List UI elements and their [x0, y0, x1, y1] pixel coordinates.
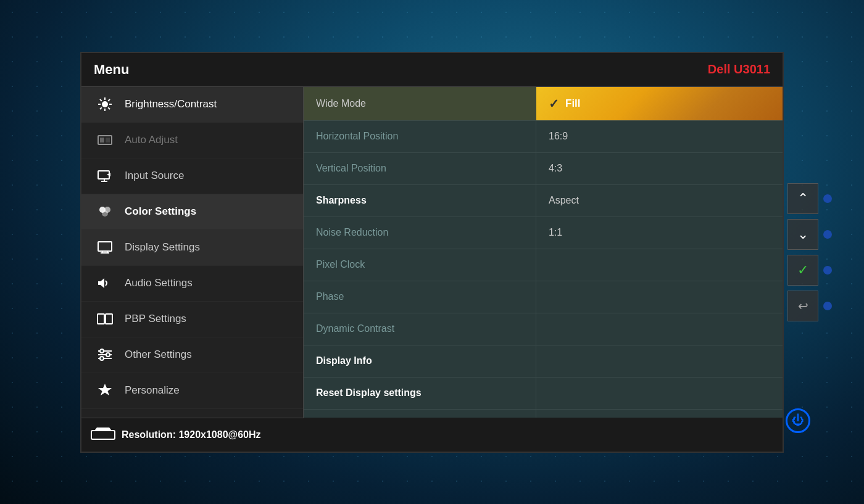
nav-up-button[interactable]: ⌃ — [787, 183, 818, 214]
sidebar-item-label-other: Other Settings — [125, 349, 192, 361]
svg-point-31 — [106, 353, 110, 357]
audio-settings-icon — [94, 272, 116, 294]
display-info-label: Display Info — [316, 355, 536, 366]
right-panel: Wide Mode ✓ Fill Horizontal Position 16:… — [304, 87, 783, 418]
menu-row-wide-mode[interactable]: Wide Mode ✓ Fill — [304, 87, 783, 121]
svg-point-18 — [102, 210, 108, 217]
noise-reduction-label: Noise Reduction — [316, 227, 536, 238]
sidebar-item-brightness-contrast[interactable]: Brightness/Contrast — [81, 87, 303, 123]
svg-point-32 — [100, 357, 104, 360]
horizontal-position-label: Horizontal Position — [316, 131, 536, 142]
nav-check-group: ✓ — [787, 255, 832, 286]
svg-point-30 — [100, 349, 104, 353]
svg-rect-25 — [98, 314, 104, 324]
menu-row-vertical-position[interactable]: Vertical Position 4:3 — [304, 153, 783, 185]
other-settings-icon — [94, 344, 116, 366]
nav-back-dot — [823, 302, 832, 310]
menu-row-empty — [304, 410, 783, 418]
menu-row-dynamic-contrast[interactable]: Dynamic Contrast — [304, 313, 783, 345]
menu-row-sharpness[interactable]: Sharpness Aspect — [304, 185, 783, 217]
sidebar-item-label-color: Color Settings — [125, 205, 196, 218]
sharpness-value: Aspect — [549, 195, 579, 206]
svg-rect-10 — [100, 138, 104, 143]
sidebar-item-label-display: Display Settings — [125, 241, 200, 254]
status-bar: Resolution: 1920x1080@60Hz — [81, 418, 304, 452]
nav-back-button[interactable]: ↩ — [787, 291, 818, 321]
sidebar-item-auto-adjust[interactable]: Auto Adjust — [81, 123, 303, 159]
brightness-icon — [94, 93, 116, 115]
sidebar-item-audio-settings[interactable]: Audio Settings — [81, 266, 303, 302]
sidebar-item-label-audio: Audio Settings — [125, 277, 193, 289]
auto-adjust-icon — [94, 129, 116, 151]
nav-check-dot — [823, 266, 832, 275]
noise-reduction-value-area: 1:1 — [536, 217, 783, 249]
power-button[interactable]: ⏻ — [786, 408, 810, 433]
sidebar-item-label-brightness: Brightness/Contrast — [125, 98, 217, 110]
monitor-model: Dell U3011 — [708, 62, 770, 76]
display-info-value-area — [536, 345, 783, 377]
vertical-position-value: 4:3 — [549, 163, 562, 174]
svg-rect-19 — [98, 242, 112, 251]
wide-mode-value-area: ✓ Fill — [536, 87, 783, 120]
wide-mode-label: Wide Mode — [316, 98, 536, 109]
menu-row-display-info[interactable]: Display Info — [304, 345, 783, 378]
menu-title: Menu — [94, 62, 129, 78]
svg-line-7 — [108, 99, 110, 101]
sidebar: Brightness/Contrast Auto Adjust — [81, 87, 304, 418]
display-settings-icon — [94, 236, 116, 258]
svg-line-8 — [100, 107, 102, 109]
pbp-settings-icon — [94, 308, 116, 330]
menu-row-horizontal-position[interactable]: Horizontal Position 16:9 — [304, 121, 783, 153]
content-area: Brightness/Contrast Auto Adjust — [81, 87, 783, 418]
nav-up-group: ⌃ — [787, 183, 832, 214]
phase-label: Phase — [316, 291, 536, 302]
sidebar-item-personalize[interactable]: Personalize — [81, 373, 303, 409]
svg-marker-24 — [101, 278, 104, 288]
nav-down-dot — [823, 230, 832, 239]
reset-display-value-area — [536, 378, 783, 409]
nav-down-button[interactable]: ⌄ — [787, 219, 818, 250]
svg-point-0 — [102, 101, 108, 107]
sidebar-item-other-settings[interactable]: Other Settings — [81, 337, 303, 373]
dynamic-contrast-label: Dynamic Contrast — [316, 323, 536, 334]
pixel-clock-label: Pixel Clock — [316, 259, 536, 270]
sidebar-item-label-input: Input Source — [125, 170, 184, 182]
svg-rect-23 — [98, 281, 101, 285]
dynamic-contrast-value-area — [536, 313, 783, 345]
svg-marker-35 — [94, 428, 112, 431]
title-bar: Menu Dell U3011 — [81, 53, 783, 87]
sidebar-item-label-auto-adjust: Auto Adjust — [125, 134, 178, 146]
sidebar-item-pbp-settings[interactable]: PBP Settings — [81, 302, 303, 337]
menu-row-noise-reduction[interactable]: Noise Reduction 1:1 — [304, 217, 783, 249]
svg-marker-33 — [98, 384, 112, 395]
personalize-icon — [94, 379, 116, 402]
svg-rect-34 — [91, 431, 115, 439]
sidebar-item-input-source[interactable]: Input Source — [81, 159, 303, 194]
sidebar-item-display-settings[interactable]: Display Settings — [81, 230, 303, 266]
nav-check-button[interactable]: ✓ — [787, 255, 818, 286]
nav-up-dot — [823, 194, 832, 203]
noise-reduction-value: 1:1 — [549, 227, 562, 238]
nav-buttons: ⌃ ⌄ ✓ ↩ — [787, 183, 832, 321]
hdmi-icon — [91, 427, 115, 443]
sidebar-item-color-settings[interactable]: Color Settings — [81, 194, 303, 230]
menu-row-reset-display[interactable]: Reset Display settings — [304, 378, 783, 410]
menu-row-phase[interactable]: Phase — [304, 281, 783, 313]
sidebar-item-label-personalize: Personalize — [125, 384, 180, 397]
wide-mode-value: Fill — [565, 97, 581, 110]
reset-display-label: Reset Display settings — [316, 387, 536, 399]
sidebar-item-label-pbp: PBP Settings — [125, 313, 186, 325]
horizontal-position-value: 16:9 — [549, 131, 568, 142]
nav-down-group: ⌄ — [787, 219, 832, 250]
vertical-position-label: Vertical Position — [316, 163, 536, 174]
nav-back-group: ↩ — [787, 291, 832, 321]
sharpness-label: Sharpness — [316, 195, 536, 206]
color-settings-icon — [94, 200, 116, 223]
phase-value-area — [536, 281, 783, 313]
monitor-screen: Menu Dell U3011 — [80, 52, 784, 453]
vertical-position-value-area: 4:3 — [536, 153, 783, 184]
svg-line-6 — [108, 107, 110, 109]
svg-line-5 — [100, 99, 102, 101]
sharpness-value-area: Aspect — [536, 185, 783, 217]
menu-row-pixel-clock[interactable]: Pixel Clock — [304, 249, 783, 281]
